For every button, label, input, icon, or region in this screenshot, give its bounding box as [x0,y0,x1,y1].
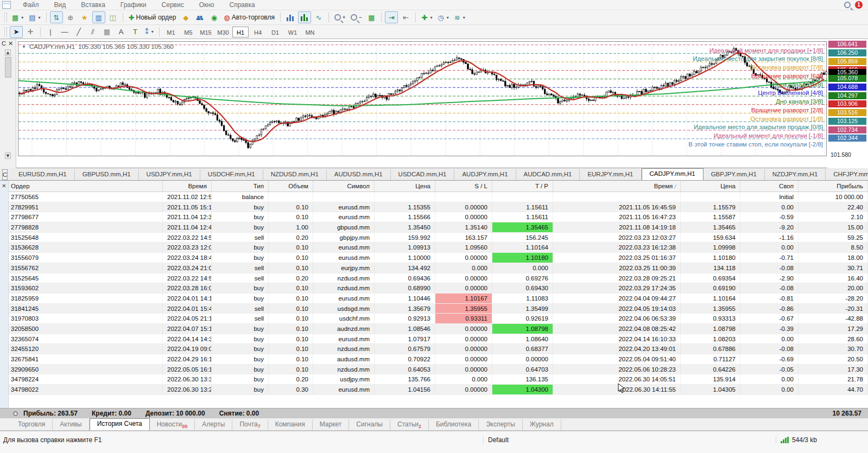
table-row[interactable]: 315256452022.03.22 14:59:14sell0.20nzdus… [0,273,868,284]
table-row[interactable]: 347980222022.06.30 13:25:36buy0.30eurusd… [0,385,868,395]
column-header-4[interactable]: Символ [313,181,375,192]
zoom-out-button[interactable]: − [349,11,364,23]
terminal-tab-alerts[interactable]: Алерты [195,419,232,430]
strategy-tester-button[interactable]: ◫ [106,11,119,23]
templates-button[interactable]: ≋▾ [452,11,467,23]
column-header-7[interactable]: T / P [492,181,553,192]
line-chart-button[interactable]: ∿ [312,11,325,23]
cursor-tool[interactable]: ➤ [10,26,23,38]
symbol-tab-cadjpy[interactable]: CADJPY.mm,H1 [642,168,704,180]
symbol-tab-gbpjpy[interactable]: GBPJPY.mm,H1 [704,169,765,180]
table-row[interactable]: 319708032022.04.05 21:13:31sell0.10usdch… [0,314,868,324]
table-row[interactable]: 329096502022.05.05 16:13:56buy0.10nzdusd… [0,365,868,375]
new-order-button[interactable]: ✚Новый ордер [126,11,179,23]
terminal-tab-journal[interactable]: Журнал [523,419,561,430]
column-header-1[interactable]: Время [163,181,212,192]
column-header-3[interactable]: Объем [269,181,313,192]
navigator-button[interactable]: ★ [78,11,91,23]
text-tool[interactable]: A [115,26,128,38]
timeframe-w1[interactable]: W1 [284,27,301,37]
terminal-close-icon[interactable]: ✕ [1,183,8,189]
symbol-tab-nzdusd[interactable]: NZDUSD.mm,H1 [263,169,327,180]
column-header-6[interactable]: S / L [435,181,492,192]
table-row[interactable]: 323650742022.04.14 14:30:56buy0.10eurusd… [0,334,868,344]
table-row[interactable]: 318259592022.04.01 14:18:20buy0.10eurusd… [0,294,868,304]
symbol-tab-usdjpy[interactable]: USDJPY.mm,H1 [139,169,200,180]
new-chart-button[interactable]: ▦▾ [10,11,26,23]
column-header-8[interactable]: Время∕ [553,181,681,192]
arrows-tool[interactable]: ⁑▾ [143,26,156,38]
symbol-tab-audjpy[interactable]: AUDJPY.mm,H1 [454,169,516,180]
candlestick-chart-button[interactable] [298,11,311,23]
menu-tools[interactable]: Сервис [154,1,192,9]
metaeditor-button[interactable]: ◆ [179,11,192,23]
collapsed-panel-tab[interactable]: C [2,169,8,180]
data-window-button[interactable]: ⊕ [64,11,77,23]
style-button[interactable]: 👥︎ [193,11,206,23]
equidistant-channel-tool[interactable]: ⫽ [86,26,99,38]
column-header-2[interactable]: Тип [212,181,269,192]
symbol-tab-audusd[interactable]: AUDUSD.mm,H1 [327,169,391,180]
status-profile[interactable]: Default [483,436,599,444]
timeframe-h4[interactable]: H4 [250,27,266,37]
table-row[interactable]: 326758412022.04.29 16:11:20buy0.10audusd… [0,354,868,365]
terminal-tab-mail[interactable]: Почта7 [232,419,268,430]
terminal-tab-signals[interactable]: Сигналы [349,419,390,430]
timeframe-m1[interactable]: M1 [163,27,179,37]
symbol-tab-chfjpy[interactable]: CHFJPY.mm,H1 [826,169,868,180]
table-row[interactable]: 277988282021.11.04 12:44:38buy1.00gbpusd… [0,222,868,233]
column-header-5[interactable]: Цена [375,181,435,192]
notifications-badge[interactable]: 1 [855,1,863,9]
table-row[interactable]: 278299512021.11.05 15:14:27buy0.10eurusd… [0,202,868,213]
timeframe-m30[interactable]: M30 [215,27,231,37]
periods-button[interactable]: ◷▾ [435,11,451,23]
terminal-tab-account-history[interactable]: История Счета [90,418,150,430]
symbol-tab-usdchf[interactable]: USDCHF.mm,H1 [200,169,263,180]
table-row[interactable]: 324551202022.04.19 09:07:39buy0.10nzdusd… [0,344,868,354]
autotrading-button[interactable]: ◍Авто-торговля [221,11,277,23]
market-watch-toggle[interactable]: ⇅ [50,11,63,23]
bar-chart-button[interactable] [284,11,297,23]
table-row[interactable]: 347982242022.06.30 13:33:03buy0.20usdjpy… [0,374,868,385]
table-row[interactable]: 315936022022.03.28 16:01:43buy0.10nzdusd… [0,283,868,294]
menu-insert[interactable]: Вставка [73,1,113,9]
terminal-tab-news[interactable]: Новости99 [150,419,195,430]
table-row[interactable]: 277505652021.11.02 12:53:21balanceInitia… [0,192,868,202]
symbol-tab-gbpusd[interactable]: GBPUSD.mm,H1 [75,169,139,180]
price-chart[interactable]: Идеальный момент для продажи [+1/8]Идеал… [18,41,827,156]
symbol-tab-usdcad[interactable]: USDCAD.mm,H1 [391,169,455,180]
table-row[interactable]: 315256482022.03.22 14:59:27sell0.20gbpjp… [0,233,868,243]
table-row[interactable]: 277986772021.11.04 12:30:44buy0.10eurusd… [0,212,868,222]
symbol-tab-eurjpy[interactable]: EURJPY.mm,H1 [580,169,641,180]
column-header-0[interactable]: Ордер [0,181,163,192]
symbol-tab-nzdjpy[interactable]: NZDJPY.mm,H1 [765,169,826,180]
table-row[interactable]: 315567622022.03.24 21:08:02sell0.10eurjp… [0,263,868,273]
toolbar-grip2[interactable] [4,27,7,37]
timeframe-m5[interactable]: M5 [180,27,197,37]
chart-collapse-icon[interactable]: ▼ [22,44,26,49]
timeframe-d1[interactable]: D1 [267,27,283,37]
tile-windows-button[interactable]: ▦ [365,11,378,23]
terminal-toggle[interactable]: ▥ [92,11,105,23]
terminal-tab-market[interactable]: Маркет [313,419,350,430]
symbol-tab-audcad[interactable]: AUDCAD.mm,H1 [516,169,580,180]
search-icon[interactable] [844,2,851,8]
menu-view[interactable]: Вид [47,1,74,9]
menu-window[interactable]: Окно [192,1,222,9]
toolbar-grip[interactable] [4,12,7,22]
table-row[interactable]: 320585002022.04.07 15:19:27buy0.10audnzd… [0,324,868,334]
menu-charts[interactable]: Графики [113,1,154,9]
table-row[interactable]: 318412452022.04.01 15:46:22sell0.10usdsg… [0,304,868,314]
terminal-tab-articles[interactable]: Статьи2 [390,419,429,430]
terminal-tab-library[interactable]: Библиотека [429,419,479,430]
column-header-10[interactable]: Своп [740,181,799,192]
auto-scroll-button[interactable]: ⇥ [385,11,398,23]
menu-help[interactable]: Справка [222,1,263,9]
terminal-tab-assets[interactable]: Активы [53,419,90,430]
crosshair-tool[interactable]: ✛ [24,26,37,38]
fibonacci-tool[interactable]: ▦ [100,26,113,38]
profiles-button[interactable]: ▤▾ [27,11,42,23]
scroll-up-button[interactable]: ▲ [5,49,11,56]
scroll-down-button[interactable]: ▼ [5,152,11,159]
text-label-tool[interactable]: T [129,26,142,38]
